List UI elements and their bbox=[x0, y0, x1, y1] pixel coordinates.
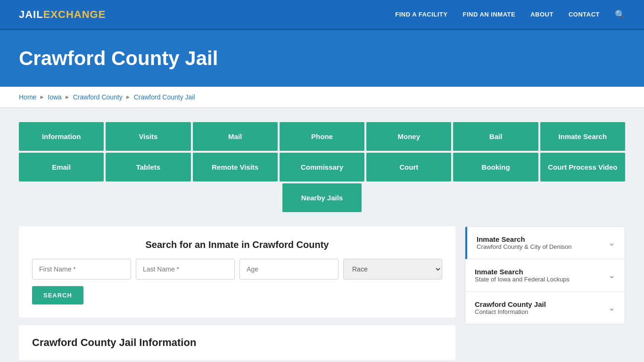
info-section: Crawford County Jail Information bbox=[19, 325, 455, 360]
btn-court[interactable]: Court bbox=[366, 153, 451, 181]
sidebar-item-inmate-search-local[interactable]: Inmate Search Crawford County & City of … bbox=[465, 227, 625, 259]
nav-about[interactable]: ABOUT bbox=[530, 11, 553, 18]
main-nav: JAIL EXCHANGE FIND A FACILITY FIND AN IN… bbox=[0, 0, 644, 30]
search-icon[interactable]: 🔍 bbox=[615, 9, 625, 20]
sidebar-item-title-2: Inmate Search bbox=[475, 268, 570, 276]
breadcrumb-sep-3: ► bbox=[125, 94, 131, 100]
button-row-3: Nearby Jails bbox=[19, 183, 625, 212]
page-title: Crawford County Jail bbox=[19, 47, 625, 70]
chevron-down-icon-3: ⌄ bbox=[608, 303, 615, 313]
nav-find-facility[interactable]: FIND A FACILITY bbox=[395, 11, 447, 18]
nav-links: FIND A FACILITY FIND AN INMATE ABOUT CON… bbox=[395, 9, 625, 20]
inmate-search-box: Search for an Inmate in Crawford County … bbox=[19, 226, 455, 318]
hero-section: Crawford County Jail bbox=[0, 30, 644, 87]
last-name-input[interactable] bbox=[136, 259, 235, 280]
sidebar-item-title-1: Inmate Search bbox=[477, 235, 572, 243]
breadcrumb-home[interactable]: Home bbox=[19, 93, 36, 101]
sidebar-item-sub-3: Contact Information bbox=[475, 308, 546, 315]
logo[interactable]: JAIL EXCHANGE bbox=[19, 8, 106, 21]
chevron-down-icon-2: ⌄ bbox=[608, 270, 615, 280]
btn-inmate-search[interactable]: Inmate Search bbox=[540, 122, 625, 151]
btn-commissary[interactable]: Commissary bbox=[280, 153, 364, 181]
search-title: Search for an Inmate in Crawford County bbox=[32, 239, 442, 250]
age-input[interactable] bbox=[239, 259, 339, 280]
btn-booking[interactable]: Booking bbox=[453, 153, 538, 181]
logo-exchange: EXCHANGE bbox=[43, 8, 106, 21]
main-content: Information Visits Mail Phone Money Bail… bbox=[0, 108, 644, 362]
breadcrumb: Home ► Iowa ► Crawford County ► Crawford… bbox=[0, 87, 644, 108]
breadcrumb-crawford-county-jail[interactable]: Crawford County Jail bbox=[134, 93, 195, 101]
sidebar: Inmate Search Crawford County & City of … bbox=[465, 226, 625, 324]
btn-visits[interactable]: Visits bbox=[106, 122, 190, 151]
sidebar-item-inmate-search-state[interactable]: Inmate Search State of Iowa and Federal … bbox=[465, 259, 625, 292]
breadcrumb-iowa[interactable]: Iowa bbox=[48, 93, 62, 101]
btn-phone[interactable]: Phone bbox=[280, 122, 364, 151]
logo-jail: JAIL bbox=[19, 8, 43, 21]
btn-money[interactable]: Money bbox=[366, 122, 451, 151]
btn-email[interactable]: Email bbox=[19, 153, 104, 181]
sidebar-item-contact-info[interactable]: Crawford County Jail Contact Information… bbox=[465, 292, 625, 324]
chevron-down-icon-1: ⌄ bbox=[608, 238, 615, 248]
info-title: Crawford County Jail Information bbox=[32, 337, 442, 349]
race-select[interactable]: Race White Black Hispanic Asian Other bbox=[343, 259, 442, 280]
btn-tablets[interactable]: Tablets bbox=[106, 153, 190, 181]
nav-find-inmate[interactable]: FIND AN INMATE bbox=[462, 11, 515, 18]
btn-information[interactable]: Information bbox=[19, 122, 104, 151]
nav-contact[interactable]: CONTACT bbox=[569, 11, 600, 18]
btn-court-process-video[interactable]: Court Process Video bbox=[540, 153, 625, 181]
search-button[interactable]: SEARCH bbox=[32, 286, 83, 304]
sidebar-item-sub-1: Crawford County & City of Denison bbox=[477, 243, 572, 250]
btn-nearby-jails[interactable]: Nearby Jails bbox=[282, 183, 362, 212]
first-name-input[interactable] bbox=[32, 259, 131, 280]
left-column: Search for an Inmate in Crawford County … bbox=[19, 226, 455, 360]
button-row-2: Email Tablets Remote Visits Commissary C… bbox=[19, 153, 625, 181]
btn-remote-visits[interactable]: Remote Visits bbox=[193, 153, 278, 181]
sidebar-item-title-3: Crawford County Jail bbox=[475, 300, 546, 308]
search-fields: Race White Black Hispanic Asian Other bbox=[32, 259, 442, 280]
breadcrumb-crawford-county[interactable]: Crawford County bbox=[73, 93, 123, 101]
btn-mail[interactable]: Mail bbox=[193, 122, 278, 151]
button-row-1: Information Visits Mail Phone Money Bail… bbox=[19, 122, 625, 151]
sidebar-item-sub-2: State of Iowa and Federal Lockups bbox=[475, 276, 570, 283]
breadcrumb-sep-1: ► bbox=[39, 94, 45, 100]
content-row: Search for an Inmate in Crawford County … bbox=[19, 226, 625, 360]
breadcrumb-sep-2: ► bbox=[65, 94, 70, 100]
btn-bail[interactable]: Bail bbox=[453, 122, 538, 151]
